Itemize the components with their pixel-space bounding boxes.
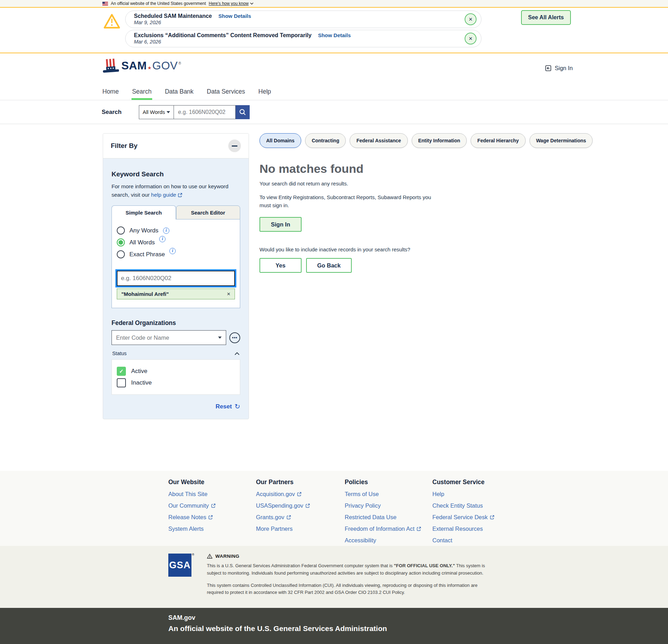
alert-card: Exclusions “Additional Comments” Content… <box>125 30 481 47</box>
inactive-label: Inactive <box>131 379 152 386</box>
magnifier-icon <box>239 108 247 116</box>
tab-simple-search[interactable]: Simple Search <box>112 205 176 219</box>
show-details-link[interactable]: Show Details <box>218 13 251 19</box>
show-details-link[interactable]: Show Details <box>318 32 351 38</box>
alert-close-button[interactable]: × <box>465 13 477 25</box>
external-link-icon <box>297 492 302 496</box>
domain-pill-contracting[interactable]: Contracting <box>305 133 346 148</box>
close-icon: × <box>469 35 473 42</box>
filter-panel: Filter By Keyword Search For more inform… <box>103 133 249 419</box>
nav-item-data-services[interactable]: Data Services <box>206 84 246 100</box>
reset-filters-link[interactable]: Reset ↻ <box>112 402 240 411</box>
alerts-section: Scheduled SAM Maintenance Show Details M… <box>0 8 668 53</box>
federal-org-combobox[interactable]: Enter Code or Name <box>112 330 226 345</box>
see-all-alerts-button[interactable]: See All Alerts <box>521 10 571 25</box>
search-mode-select[interactable]: All Words <box>139 105 174 119</box>
domain-pill-federal-hierarchy[interactable]: Federal Hierarchy <box>471 133 525 148</box>
no-results-text: Your search did not return any results. <box>259 181 558 187</box>
domain-pill-wage-determinations[interactable]: Wage Determinations <box>529 133 593 148</box>
domain-pill-all-domains[interactable]: All Domains <box>259 133 301 148</box>
info-icon[interactable]: i <box>159 236 166 242</box>
footer-link-check-entity-status[interactable]: Check Entity Status <box>432 502 520 509</box>
go-back-button[interactable]: Go Back <box>306 258 352 273</box>
status-label: Status <box>112 351 127 356</box>
footer-link-grants-gov[interactable]: Grants.gov <box>256 514 345 521</box>
alert-date: Mar 9, 2026 <box>134 20 457 25</box>
footer-link-our-community[interactable]: Our Community <box>168 502 256 509</box>
footer-site-name: SAM.gov <box>168 614 668 622</box>
nav-item-help[interactable]: Help <box>258 84 272 100</box>
footer-link-contact[interactable]: Contact <box>432 537 520 544</box>
keyword-chip-label: "Mohaiminul Arefi" <box>121 291 169 297</box>
footer-link-terms-of-use[interactable]: Terms of Use <box>345 491 432 497</box>
warning-heading: WARNING <box>207 554 487 559</box>
exact-phrase-radio[interactable] <box>117 250 125 258</box>
domain-pill-federal-assistance[interactable]: Federal Assistance <box>350 133 407 148</box>
footer-tagline: An official website of the U.S. General … <box>168 624 668 633</box>
status-filter-box: ✓ Active Inactive <box>112 359 240 395</box>
help-guide-link[interactable]: help guide <box>151 191 183 199</box>
registered-mark: ® <box>192 553 195 556</box>
keyword-input[interactable] <box>117 271 235 286</box>
chip-remove-icon[interactable]: × <box>227 291 230 297</box>
results-area: All Domains Contracting Federal Assistan… <box>259 133 558 273</box>
yes-button[interactable]: Yes <box>259 258 302 273</box>
nav-item-data-bank[interactable]: Data Bank <box>164 84 194 100</box>
check-icon: ✓ <box>119 368 124 374</box>
alert-close-button[interactable]: × <box>465 33 477 45</box>
footer-link-foia[interactable]: Freedom of Information Act <box>345 526 432 532</box>
sign-in-icon <box>545 65 552 72</box>
footer-link-help[interactable]: Help <box>432 491 520 497</box>
footer-link-acquisition-gov[interactable]: Acquisition.gov <box>256 491 345 497</box>
chevron-up-icon[interactable] <box>235 352 239 355</box>
footer-link-more-partners[interactable]: More Partners <box>256 526 345 532</box>
footer-heading: Policies <box>345 479 432 486</box>
info-icon[interactable]: i <box>169 248 176 254</box>
more-options-button[interactable]: ••• <box>229 332 240 343</box>
top-hat-icon <box>102 58 120 74</box>
footer-link-external-resources[interactable]: External Resources <box>432 526 520 532</box>
footer-link-about-this-site[interactable]: About This Site <box>168 491 256 497</box>
main-nav: Home Search Data Bank Data Services Help <box>0 84 668 100</box>
sign-in-link[interactable]: Sign In <box>545 65 573 72</box>
footer-link-restricted-data-use[interactable]: Restricted Data Use <box>345 514 432 521</box>
chevron-down-icon <box>250 2 254 5</box>
footer-links: Our Website About This Site Our Communit… <box>0 471 668 546</box>
heres-how-you-know-link[interactable]: Here's how you know <box>209 1 254 6</box>
collapse-filters-button[interactable] <box>228 140 241 152</box>
info-icon[interactable]: i <box>163 228 169 234</box>
footer-link-privacy-policy[interactable]: Privacy Policy <box>345 502 432 509</box>
search-input[interactable] <box>174 105 236 119</box>
search-submit-button[interactable] <box>236 105 250 119</box>
footer-link-usaspending-gov[interactable]: USASpending.gov <box>256 502 345 509</box>
footer-link-federal-service-desk[interactable]: Federal Service Desk <box>432 514 520 521</box>
tab-search-editor[interactable]: Search Editor <box>176 205 241 219</box>
site-header: SAM ★ GOV ® Sign In <box>0 53 668 84</box>
nav-item-search[interactable]: Search <box>131 84 152 100</box>
sign-in-note: To view Entity Registrations, Subcontrac… <box>259 194 435 209</box>
federal-organizations-heading: Federal Organizations <box>112 319 240 327</box>
close-icon: × <box>469 16 473 22</box>
inactive-checkbox[interactable] <box>117 378 126 387</box>
logo-sam-text: SAM <box>121 59 147 72</box>
alert-card: Scheduled SAM Maintenance Show Details M… <box>125 11 481 28</box>
active-checkbox[interactable]: ✓ <box>117 367 126 376</box>
active-label: Active <box>131 368 147 375</box>
footer-link-system-alerts[interactable]: System Alerts <box>168 526 256 532</box>
external-link-icon <box>178 193 182 197</box>
footer-link-accessibility[interactable]: Accessibility <box>345 537 432 544</box>
sam-gov-logo[interactable]: SAM ★ GOV ® <box>102 58 181 74</box>
footer-heading: Our Partners <box>256 479 345 486</box>
minus-icon <box>232 145 237 147</box>
footer-link-release-notes[interactable]: Release Notes <box>168 514 256 521</box>
sign-in-button[interactable]: Sign In <box>259 217 302 232</box>
nav-item-home[interactable]: Home <box>102 84 120 100</box>
footer-heading: Our Website <box>168 479 256 486</box>
caret-down-icon <box>167 111 170 115</box>
any-words-radio[interactable] <box>117 226 125 235</box>
keyword-search-heading: Keyword Search <box>112 170 240 178</box>
domain-pill-entity-information[interactable]: Entity Information <box>412 133 467 148</box>
keyword-chip: "Mohaiminul Arefi" × <box>117 289 235 299</box>
all-words-radio[interactable] <box>117 238 125 246</box>
logo-star-icon: ★ <box>148 65 152 70</box>
